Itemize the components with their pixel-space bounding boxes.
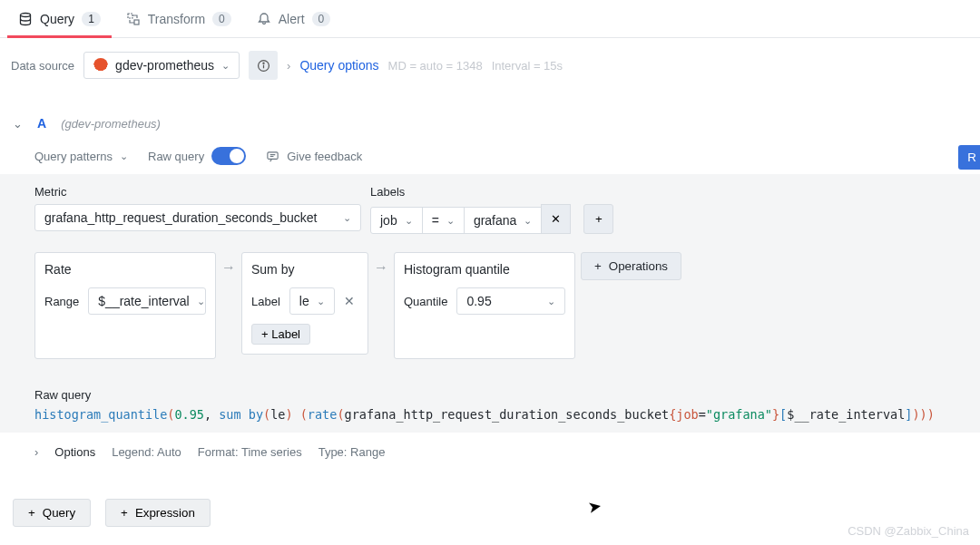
add-query-button[interactable]: + Query <box>13 499 91 527</box>
editor-tabs: Query 1 Transform 0 Alert 0 <box>0 0 980 38</box>
options-legend: Legend: Auto <box>112 445 181 459</box>
bell-icon <box>257 12 271 26</box>
svg-point-0 <box>21 13 31 16</box>
options-format: Format: Time series <box>198 445 302 459</box>
chevron-down-icon: ⌄ <box>547 296 555 307</box>
plus-icon: + <box>594 259 602 273</box>
plus-icon: + <box>121 506 128 520</box>
tab-transform[interactable]: Transform 0 <box>126 0 231 37</box>
chevron-down-icon: ⌄ <box>446 215 455 227</box>
chevron-right-icon: › <box>34 445 38 459</box>
raw-query-section: Raw query histogram_quantile(0.95, sum b… <box>0 377 980 433</box>
options-label: Options <box>54 445 95 459</box>
tab-transform-label: Transform <box>148 12 205 26</box>
label-remove-button[interactable]: ✕ <box>541 204 571 234</box>
svg-rect-1 <box>128 14 132 18</box>
op-rate-title: Rate <box>44 262 206 278</box>
give-feedback-button[interactable]: Give feedback <box>266 150 362 163</box>
options-type: Type: Range <box>318 445 386 459</box>
run-query-button[interactable]: R <box>958 145 980 170</box>
add-operations-button[interactable]: + Operations <box>581 252 681 280</box>
chat-icon <box>266 150 279 163</box>
plus-icon: + <box>595 212 603 226</box>
collapse-icon[interactable]: ⌄ <box>13 117 23 131</box>
op-sumby-add-label-button[interactable]: + Label <box>251 324 310 345</box>
info-icon <box>257 59 270 73</box>
prometheus-icon <box>93 58 108 73</box>
chevron-down-icon: ⌄ <box>524 215 532 227</box>
datasource-label: Data source <box>11 59 74 73</box>
query-ds-name: (gdev-prometheus) <box>61 117 161 131</box>
chevron-down-icon: ⌄ <box>343 212 351 224</box>
raw-query-code[interactable]: histogram_quantile(0.95, sum by(le) (rat… <box>34 407 946 422</box>
query-builder: Metric grafana_http_request_duration_sec… <box>0 174 980 377</box>
raw-query-toggle[interactable] <box>211 147 246 165</box>
query-hint-md: MD = auto = 1348 <box>388 59 483 73</box>
tab-alert[interactable]: Alert 0 <box>257 0 330 37</box>
datasource-select[interactable]: gdev-prometheus ⌄ <box>83 52 240 79</box>
plus-icon: + <box>28 506 35 520</box>
op-rate: Rate Range $__rate_interval ⌄ <box>34 252 216 359</box>
query-letter: A <box>37 116 46 131</box>
op-sumby-param-label: Label <box>251 295 280 308</box>
transform-icon <box>126 12 141 26</box>
label-key-select[interactable]: job ⌄ <box>370 207 423 234</box>
labels-field: Labels job ⌄ = ⌄ grafana ⌄ ✕ + <box>370 185 613 234</box>
query-options-row[interactable]: › Options Legend: Auto Format: Time seri… <box>0 433 980 472</box>
tab-query-count: 1 <box>82 12 101 26</box>
op-rate-param-label: Range <box>44 295 79 308</box>
op-sumby-value-select[interactable]: le ⌄ <box>289 287 335 315</box>
query-hint-interval: Interval = 15s <box>492 59 563 73</box>
datasource-help-button[interactable] <box>249 51 278 80</box>
datasource-row: Data source gdev-prometheus ⌄ › Query op… <box>0 38 980 92</box>
datasource-value: gdev-prometheus <box>115 58 214 73</box>
chevron-down-icon: ⌄ <box>317 296 325 307</box>
metric-field: Metric grafana_http_request_duration_sec… <box>34 185 361 234</box>
chevron-right-icon: › <box>287 59 290 73</box>
query-section: ⌄ A (gdev-prometheus) Query patterns ⌄ R… <box>0 109 980 472</box>
op-histogram-title: Histogram quantile <box>404 262 565 278</box>
op-sumby-remove[interactable]: ✕ <box>344 294 355 308</box>
query-patterns-button[interactable]: Query patterns ⌄ <box>34 150 128 163</box>
labels-label: Labels <box>370 185 613 199</box>
label-value-select[interactable]: grafana ⌄ <box>464 207 542 234</box>
arrow-icon: → <box>374 252 388 276</box>
op-rate-value-select[interactable]: $__rate_interval ⌄ <box>88 287 206 315</box>
query-options-link[interactable]: Query options <box>299 58 378 73</box>
op-sumby-title: Sum by <box>251 262 358 278</box>
tab-alert-count: 0 <box>312 12 331 26</box>
query-header: ⌄ A (gdev-prometheus) <box>0 109 980 138</box>
tab-transform-count: 0 <box>212 12 231 26</box>
op-histogram-value-select[interactable]: 0.95 ⌄ <box>456 287 565 315</box>
label-add-button[interactable]: + <box>583 204 613 234</box>
chevron-down-icon: ⌄ <box>197 296 205 307</box>
op-sumby: Sum by Label le ⌄ ✕ + Label <box>241 252 368 355</box>
bottom-buttons: + Query + Expression <box>0 472 980 545</box>
svg-point-4 <box>262 63 263 63</box>
close-icon: ✕ <box>551 212 561 226</box>
operations-row: Rate Range $__rate_interval ⌄ → Sum by L… <box>34 252 946 359</box>
tab-query-label: Query <box>40 12 74 26</box>
database-icon <box>18 12 33 26</box>
query-toolbar: Query patterns ⌄ Raw query Give feedback… <box>0 138 980 174</box>
svg-rect-2 <box>134 20 139 24</box>
metric-label: Metric <box>34 185 361 199</box>
chevron-down-icon: ⌄ <box>405 215 413 227</box>
watermark: CSDN @Zabbix_China <box>848 524 969 538</box>
raw-query-toggle-label: Raw query <box>148 147 246 165</box>
tab-alert-label: Alert <box>279 12 305 26</box>
arrow-icon: → <box>221 252 236 276</box>
svg-rect-5 <box>268 151 278 159</box>
label-op-select[interactable]: = ⌄ <box>422 207 465 234</box>
chevron-down-icon: ⌄ <box>221 60 230 72</box>
metric-select[interactable]: grafana_http_request_duration_seconds_bu… <box>34 204 361 231</box>
op-histogram-param-label: Quantile <box>404 295 447 308</box>
op-histogram: Histogram quantile Quantile 0.95 ⌄ <box>394 252 575 359</box>
tab-query[interactable]: Query 1 <box>18 0 101 37</box>
raw-query-label: Raw query <box>34 388 946 402</box>
add-expression-button[interactable]: + Expression <box>105 499 211 527</box>
chevron-down-icon: ⌄ <box>120 151 128 162</box>
